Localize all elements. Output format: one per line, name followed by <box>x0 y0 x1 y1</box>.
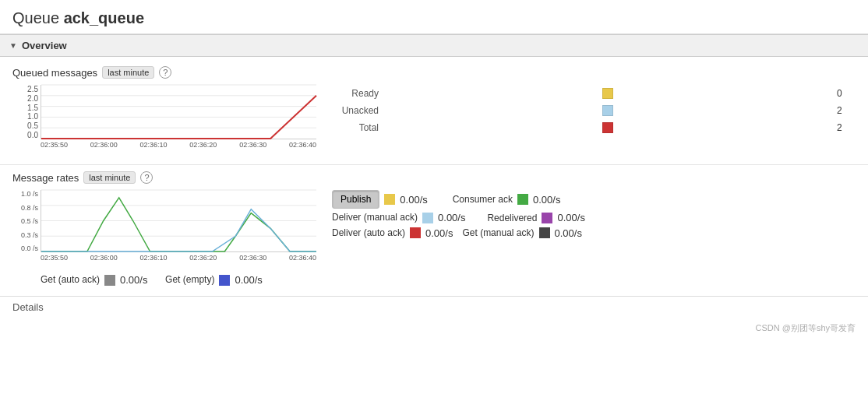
overview-arrow: ▼ <box>9 41 17 50</box>
watermark: CSDN @别团等shy哥发育 <box>0 318 868 339</box>
chart1-x-labels: 02:35:50 02:36:00 02:36:10 02:36:20 02:3… <box>41 141 316 155</box>
deliver-manual-label: Deliver (manual ack) <box>332 212 418 224</box>
legend-value-total: 2 <box>837 122 856 133</box>
queued-messages-chart-container: 2.5 2.0 1.5 1.0 0.5 0.0 <box>12 85 316 155</box>
details-link[interactable]: Details <box>0 297 868 318</box>
deliver-manual-value: 0.00/s <box>438 212 465 223</box>
get-empty-label: Get (empty) <box>160 274 214 287</box>
legend-label-unacked: Unacked <box>332 105 379 116</box>
chart2-y-labels: 1.0 /s 0.8 /s 0.5 /s 0.3 /s 0.0 /s <box>12 190 41 252</box>
message-rates-label: Message rates <box>12 172 79 184</box>
message-rates-charts-row: 1.0 /s 0.8 /s 0.5 /s 0.3 /s 0.0 /s <box>12 190 856 268</box>
legend-color-total <box>602 122 613 133</box>
queued-messages-label-row: Queued messages last minute ? <box>12 66 856 79</box>
rate-redelivered-entry: Redelivered 0.00/s <box>475 212 584 223</box>
message-rates-badge[interactable]: last minute <box>83 171 136 184</box>
queued-messages-legend: Ready 0 Unacked 2 Total 2 <box>332 85 856 133</box>
chart2-inner <box>41 190 316 252</box>
chart1-inner <box>41 85 316 139</box>
redelivered-swatch <box>542 213 552 223</box>
rates-row-1: Publish 0.00/s Consumer ack 0.00/s <box>332 190 856 209</box>
queued-messages-help[interactable]: ? <box>159 66 171 79</box>
consumer-ack-swatch <box>517 194 528 205</box>
legend-value-ready: 0 <box>837 88 856 99</box>
message-rates-help[interactable]: ? <box>140 171 153 184</box>
deliver-auto-swatch <box>410 227 421 238</box>
redelivered-label: Redelivered <box>475 213 537 223</box>
get-auto-ack-swatch <box>104 275 115 286</box>
consumer-ack-value: 0.00/s <box>533 194 560 206</box>
legend-color-ready <box>602 88 613 99</box>
queued-messages-label: Queued messages <box>12 67 97 79</box>
rate-get-auto-ack-entry: Get (auto ack) 0.00/s <box>41 274 147 287</box>
overview-label: Overview <box>22 40 67 51</box>
rate-consumer-ack-entry: Consumer ack 0.00/s <box>450 194 560 206</box>
queued-messages-chart-area: 2.5 2.0 1.5 1.0 0.5 0.0 <box>12 85 316 155</box>
publish-swatch <box>384 194 395 205</box>
deliver-auto-value: 0.00/s <box>425 227 453 239</box>
queued-messages-badge[interactable]: last minute <box>102 66 154 79</box>
publish-value: 0.00/s <box>400 194 427 206</box>
get-manual-ack-swatch <box>539 227 550 238</box>
rate-publish-entry: Publish 0.00/s <box>332 190 441 209</box>
get-empty-swatch <box>219 275 230 286</box>
rates-row-2: Deliver (manual ack) 0.00/s Redelivered … <box>332 212 856 224</box>
bottom-divider: Details <box>0 296 868 318</box>
chart2-x-labels: 02:35:50 02:36:00 02:36:10 02:36:20 02:3… <box>41 254 316 268</box>
get-manual-ack-value: 0.00/s <box>555 227 582 239</box>
legend-row-ready: Ready 0 <box>332 88 856 99</box>
deliver-auto-label: Deliver (auto ack) <box>332 227 405 240</box>
get-manual-ack-label: Get (manual ack) <box>462 227 534 240</box>
rate-get-manual-ack-entry: Get (manual ack) 0.00/s <box>462 227 581 240</box>
rates-legend-area: Publish 0.00/s Consumer ack 0.00/s Deliv… <box>332 190 856 239</box>
get-auto-ack-value: 0.00/s <box>120 274 147 286</box>
page-header: Queue ack_queue <box>0 0 868 34</box>
rate-get-empty-entry: Get (empty) 0.00/s <box>160 274 262 287</box>
chart2-svg <box>41 190 316 251</box>
publish-button[interactable]: Publish <box>332 190 379 209</box>
consumer-ack-label: Consumer ack <box>450 194 513 205</box>
chart1-svg <box>41 85 316 139</box>
message-rates-body: Message rates last minute ? 1.0 /s 0.8 /… <box>0 165 868 296</box>
chart1-y-labels: 2.5 2.0 1.5 1.0 0.5 0.0 <box>12 85 41 139</box>
page-title: Queue ack_queue <box>12 9 856 27</box>
legend-row-unacked: Unacked 2 <box>332 105 856 116</box>
message-rates-label-row: Message rates last minute ? <box>12 171 856 184</box>
legend-color-unacked <box>602 105 613 116</box>
legend-label-total: Total <box>332 122 379 133</box>
rate-deliver-manual-entry: Deliver (manual ack) 0.00/s <box>332 212 465 224</box>
message-rates-chart-area: 1.0 /s 0.8 /s 0.5 /s 0.3 /s 0.0 /s <box>12 190 316 268</box>
get-auto-ack-label: Get (auto ack) <box>41 274 100 287</box>
message-rates-chart-container: 1.0 /s 0.8 /s 0.5 /s 0.3 /s 0.0 /s <box>12 190 316 268</box>
overview-section-header: ▼ Overview <box>0 34 868 57</box>
rates-row-3: Deliver (auto ack) 0.00/s Get (manual ac… <box>332 227 856 240</box>
rate-deliver-auto-entry: Deliver (auto ack) 0.00/s <box>332 227 453 240</box>
legend-label-ready: Ready <box>332 88 379 99</box>
deliver-manual-swatch <box>422 213 433 223</box>
queued-messages-charts-row: 2.5 2.0 1.5 1.0 0.5 0.0 <box>12 85 856 155</box>
legend-value-unacked: 2 <box>837 105 856 116</box>
legend-row-total: Total 2 <box>332 122 856 133</box>
get-empty-value: 0.00/s <box>235 274 262 286</box>
overview-body: Queued messages last minute ? 2.5 2.0 1.… <box>0 57 868 164</box>
bottom-rates-row: Get (auto ack) 0.00/s Get (empty) 0.00/s <box>12 274 856 287</box>
redelivered-value: 0.00/s <box>557 212 584 223</box>
